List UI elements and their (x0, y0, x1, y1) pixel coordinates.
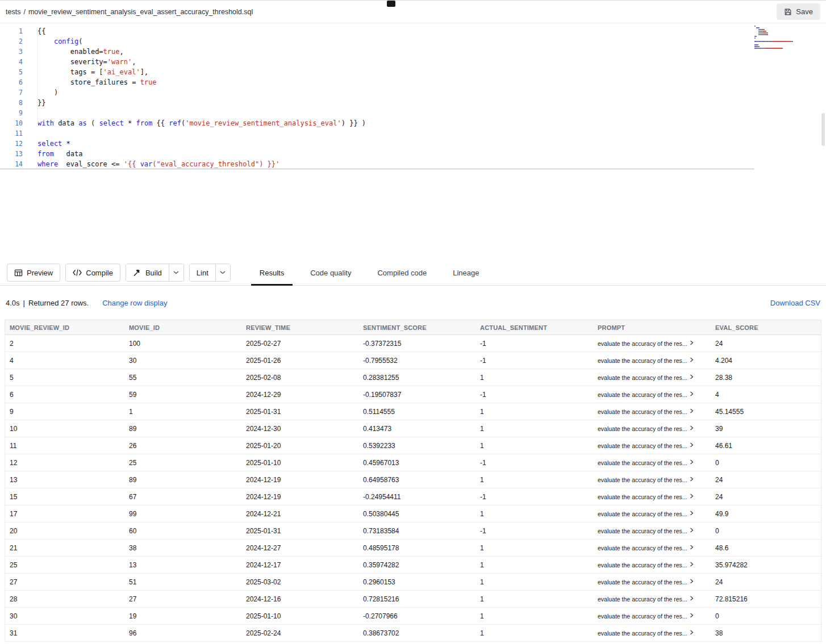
table-cell: 2025-01-31 (241, 408, 358, 416)
tab-lineage[interactable]: Lineage (444, 260, 487, 285)
table-cell: 1 (475, 578, 593, 586)
code-line[interactable]: 13from data (0, 149, 754, 159)
chevron-right-icon[interactable] (690, 597, 694, 601)
tab-code-quality[interactable]: Code quality (302, 260, 360, 285)
code-line[interactable]: 7 ) (0, 87, 754, 98)
prompt-text: evaluate the accuracy of the res... (598, 613, 687, 620)
status-separator: | (23, 299, 25, 307)
chevron-right-icon[interactable] (690, 444, 694, 448)
chevron-right-icon[interactable] (690, 392, 694, 396)
table-cell: 25 (124, 459, 241, 467)
prompt-cell[interactable]: evaluate the accuracy of the res... (593, 511, 711, 517)
prompt-cell[interactable]: evaluate the accuracy of the res... (593, 494, 711, 500)
code-line[interactable]: 10with data as ( select * from {{ ref('m… (0, 118, 754, 128)
code-line[interactable]: 11 (0, 128, 754, 139)
prompt-cell[interactable]: evaluate the accuracy of the res... (593, 340, 711, 347)
prompt-cell[interactable]: evaluate the accuracy of the res... (593, 579, 711, 586)
table-cell: -1 (475, 527, 593, 535)
save-button[interactable]: Save (777, 3, 820, 20)
tab-results[interactable]: Results (251, 260, 293, 285)
table-row: 17992024-12-210.503804451evaluate the ac… (5, 505, 821, 522)
code-line[interactable]: 9 (0, 108, 754, 118)
table-row: 13892024-12-190.649587631evaluate the ac… (5, 471, 821, 488)
change-row-display-link[interactable]: Change row display (102, 299, 167, 307)
query-duration: 4.0s (6, 299, 20, 307)
code-line[interactable]: 8}} (0, 98, 754, 108)
code-line[interactable]: 6 store_failures = true (0, 77, 754, 87)
prompt-cell[interactable]: evaluate the accuracy of the res... (593, 630, 711, 637)
table-cell: 27 (5, 578, 124, 586)
prompt-cell[interactable]: evaluate the accuracy of the res... (593, 596, 711, 603)
code-line[interactable]: 4 severity='warn', (0, 57, 754, 67)
prompt-cell[interactable]: evaluate the accuracy of the res... (593, 459, 711, 466)
table-row: 10892024-12-300.4134731evaluate the accu… (5, 420, 821, 437)
code-line[interactable]: 12select * (0, 139, 754, 149)
prompt-cell[interactable]: evaluate the accuracy of the res... (593, 391, 711, 398)
chevron-right-icon[interactable] (690, 614, 694, 618)
prompt-cell[interactable]: evaluate the accuracy of the res... (593, 357, 711, 364)
download-csv-link[interactable]: Download CSV (770, 299, 820, 307)
editor-scrollbar[interactable] (821, 113, 825, 146)
prompt-cell[interactable]: evaluate the accuracy of the res... (593, 476, 711, 483)
prompt-cell[interactable]: evaluate the accuracy of the res... (593, 528, 711, 534)
chevron-right-icon[interactable] (690, 478, 694, 482)
table-cell: 25 (5, 561, 124, 569)
chevron-right-icon[interactable] (690, 341, 694, 345)
prompt-text: evaluate the accuracy of the res... (598, 357, 687, 364)
minimap[interactable] (754, 26, 821, 49)
lint-split-button: Lint (189, 264, 231, 282)
chevron-right-icon[interactable] (690, 409, 694, 413)
breadcrumb-folder[interactable]: tests (6, 8, 20, 16)
build-button[interactable]: Build (126, 264, 169, 281)
lint-button[interactable]: Lint (190, 264, 215, 281)
prompt-text: evaluate the accuracy of the res... (598, 596, 687, 603)
chevron-right-icon[interactable] (690, 529, 694, 533)
prompt-cell[interactable]: evaluate the accuracy of the res... (593, 374, 711, 381)
prompt-text: evaluate the accuracy of the res... (598, 562, 687, 568)
code-line[interactable]: 5 tags = ['ai_eval'], (0, 67, 754, 77)
eval-score-cell: 72.815216 (711, 595, 821, 603)
chevron-right-icon[interactable] (690, 512, 694, 516)
table-cell: -0.24954411 (358, 493, 475, 501)
code-line[interactable]: 1{{ (0, 26, 754, 36)
prompt-cell[interactable]: evaluate the accuracy of the res... (593, 613, 711, 620)
code-editor-lines[interactable]: 1{{2 config(3 enabled=true,4 severity='w… (0, 23, 754, 169)
preview-button[interactable]: Preview (7, 264, 60, 282)
table-cell: 30 (5, 612, 124, 620)
lint-dropdown-button[interactable] (215, 264, 230, 281)
table-cell: 27 (124, 595, 241, 603)
prompt-cell[interactable]: evaluate the accuracy of the res... (593, 562, 711, 568)
chevron-right-icon[interactable] (690, 563, 694, 567)
chevron-right-icon[interactable] (690, 461, 694, 465)
chevron-right-icon[interactable] (690, 546, 694, 550)
compile-button[interactable]: Compile (65, 264, 120, 282)
prompt-text: evaluate the accuracy of the res... (598, 374, 687, 381)
chevron-right-icon[interactable] (690, 358, 694, 362)
table-cell: 6 (5, 391, 124, 399)
prompt-cell[interactable]: evaluate the accuracy of the res... (593, 408, 711, 415)
prompt-cell[interactable]: evaluate the accuracy of the res... (593, 425, 711, 432)
eval-score-cell: 39 (711, 425, 821, 433)
table-cell: 0.28381255 (358, 374, 475, 382)
code-line[interactable]: 2 config( (0, 36, 754, 47)
table-cell: 13 (124, 561, 241, 569)
prompt-cell[interactable]: evaluate the accuracy of the res... (593, 545, 711, 551)
line-number: 6 (0, 77, 23, 87)
chevron-right-icon[interactable] (690, 631, 694, 635)
prompt-text: evaluate the accuracy of the res... (598, 494, 687, 500)
build-dropdown-button[interactable] (169, 264, 183, 281)
eval-score-cell: 49.9 (711, 510, 821, 518)
prompt-text: evaluate the accuracy of the res... (598, 459, 687, 466)
table-cell: 2025-03-02 (241, 578, 358, 586)
table-cell: 2025-01-10 (241, 459, 358, 467)
chevron-right-icon[interactable] (690, 426, 694, 430)
chevron-right-icon[interactable] (690, 375, 694, 379)
chevron-right-icon[interactable] (690, 495, 694, 499)
tab-compiled-code[interactable]: Compiled code (369, 260, 435, 285)
code-line[interactable]: 14where eval_score <= '{{ var("eval_accu… (0, 159, 754, 169)
prompt-cell[interactable]: evaluate the accuracy of the res... (593, 442, 711, 449)
eval-score-cell: 4.204 (711, 357, 821, 365)
chevron-right-icon[interactable] (690, 580, 694, 584)
code-line[interactable]: 3 enabled=true, (0, 47, 754, 57)
code-editor[interactable]: 1{{2 config(3 enabled=true,4 severity='w… (0, 23, 826, 260)
